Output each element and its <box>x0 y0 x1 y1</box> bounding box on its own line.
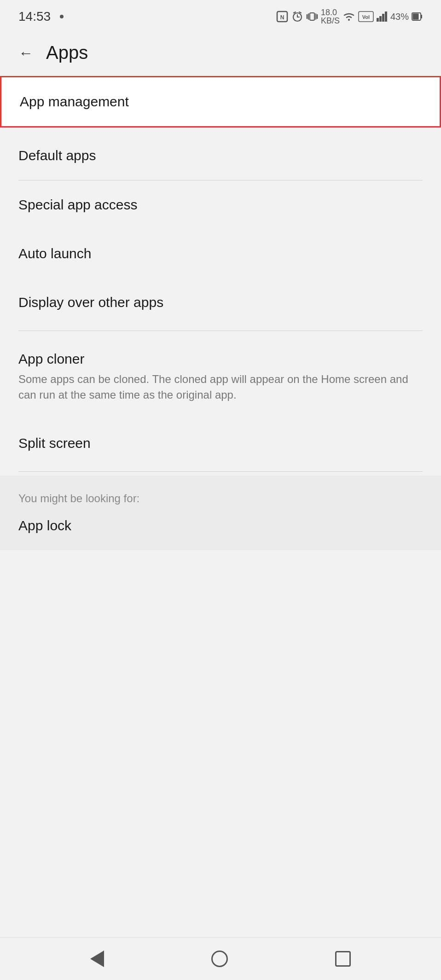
nav-back-button[interactable] <box>90 951 104 967</box>
nav-home-button[interactable] <box>211 951 228 967</box>
split-screen-label: Split screen <box>18 435 91 451</box>
menu-item-auto-launch[interactable]: Auto launch <box>0 229 441 278</box>
menu-item-app-cloner[interactable]: App cloner Some apps can be cloned. The … <box>0 335 441 419</box>
svg-rect-18 <box>385 12 387 22</box>
status-dot <box>60 15 64 18</box>
menu-item-display-over-apps[interactable]: Display over other apps <box>0 278 441 327</box>
divider-2 <box>18 331 423 331</box>
nav-recents-button[interactable] <box>335 951 351 967</box>
special-app-access-label: Special app access <box>18 197 138 212</box>
battery-percent: 43% <box>390 12 409 22</box>
auto-launch-label: Auto launch <box>18 246 91 261</box>
nfc-icon: N <box>276 10 289 23</box>
display-over-apps-label: Display over other apps <box>18 295 163 310</box>
svg-rect-16 <box>379 16 382 22</box>
status-icons: N 18.0KB/S Vol <box>276 8 423 25</box>
menu-item-split-screen[interactable]: Split screen <box>0 419 441 468</box>
page-title: Apps <box>46 42 88 63</box>
app-management-label: App management <box>20 94 129 109</box>
speed-icon: 18.0KB/S <box>321 8 340 25</box>
svg-line-6 <box>299 12 301 13</box>
svg-rect-17 <box>382 14 384 22</box>
svg-rect-7 <box>310 13 314 20</box>
page-header: ← Apps <box>0 29 441 76</box>
status-time: 14:53 <box>18 9 51 24</box>
svg-text:Vol: Vol <box>362 14 370 20</box>
app-cloner-label: App cloner <box>18 351 423 367</box>
svg-text:N: N <box>280 14 284 21</box>
svg-rect-21 <box>413 14 419 20</box>
svg-rect-15 <box>377 18 379 22</box>
looking-for-section: You might be looking for: App lock <box>0 476 441 550</box>
volte-icon: Vol <box>358 11 374 22</box>
divider-3 <box>18 471 423 472</box>
looking-for-label: You might be looking for: <box>18 492 423 505</box>
svg-line-5 <box>294 12 296 13</box>
wifi-icon <box>342 12 355 22</box>
menu-item-special-app-access[interactable]: Special app access <box>0 180 441 229</box>
signal-icon <box>377 12 388 22</box>
svg-rect-20 <box>421 15 422 18</box>
looking-for-app-lock[interactable]: App lock <box>18 518 423 533</box>
app-cloner-subtitle: Some apps can be cloned. The cloned app … <box>18 371 423 402</box>
status-bar: 14:53 N 18.0KB/S <box>0 0 441 29</box>
menu-item-app-management[interactable]: App management <box>0 76 441 128</box>
default-apps-label: Default apps <box>18 148 96 163</box>
alarm-icon <box>291 11 303 23</box>
content-area: App management Default apps Special app … <box>0 76 441 744</box>
menu-item-default-apps[interactable]: Default apps <box>0 131 441 180</box>
content-spacer <box>0 744 441 937</box>
vibrate-icon <box>306 11 318 23</box>
svg-point-12 <box>348 19 350 21</box>
nav-bar <box>0 937 441 980</box>
back-button[interactable]: ← <box>18 46 33 60</box>
battery-icon <box>412 12 423 22</box>
